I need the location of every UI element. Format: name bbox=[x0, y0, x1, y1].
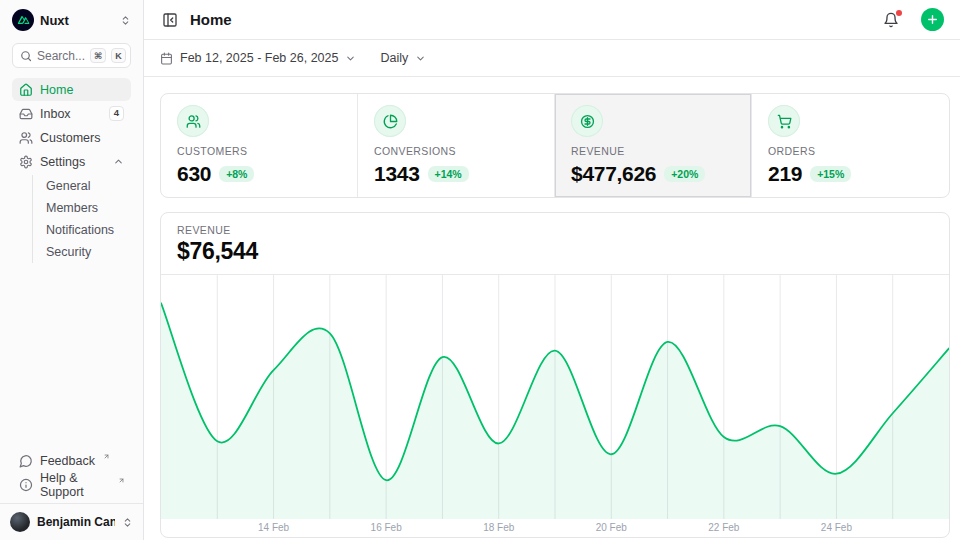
inbox-count-badge: 4 bbox=[109, 106, 124, 120]
stat-label: REVENUE bbox=[571, 145, 735, 157]
chevron-up-icon bbox=[113, 156, 124, 167]
sidebar-nav: Home Inbox 4 Customers Settings bbox=[0, 74, 143, 265]
sidebar-item-label: Customers bbox=[40, 131, 100, 145]
x-axis-tick: 24 Feb bbox=[821, 522, 852, 533]
add-button[interactable] bbox=[921, 8, 944, 31]
notification-dot bbox=[896, 10, 902, 16]
collapse-sidebar-button[interactable] bbox=[160, 10, 180, 30]
stat-delta-badge: +20% bbox=[664, 166, 705, 182]
sidebar-item-feedback[interactable]: Feedback bbox=[12, 449, 131, 472]
date-range-label: Feb 12, 2025 - Feb 26, 2025 bbox=[180, 51, 338, 65]
stat-label: CONVERSIONS bbox=[374, 145, 538, 157]
filters-toolbar: Feb 12, 2025 - Feb 26, 2025 Daily bbox=[144, 40, 960, 77]
workspace-name: Nuxt bbox=[40, 13, 114, 28]
arrow-up-right-icon bbox=[118, 477, 125, 484]
sidebar-spacer bbox=[0, 265, 143, 447]
stat-value: 1343 bbox=[374, 161, 420, 186]
sidebar-item-home[interactable]: Home bbox=[12, 78, 131, 101]
stat-delta-badge: +15% bbox=[810, 166, 851, 182]
stat-value: $477,626 bbox=[571, 161, 656, 186]
revenue-chart-plot[interactable] bbox=[161, 275, 949, 519]
sidebar-item-label: Help & Support bbox=[40, 471, 110, 499]
user-name: Benjamin Canac bbox=[37, 515, 115, 529]
stat-conversions[interactable]: CONVERSIONS 1343 +14% bbox=[358, 94, 555, 197]
search-field[interactable] bbox=[37, 49, 85, 63]
stat-label: CUSTOMERS bbox=[177, 145, 341, 157]
calendar-icon bbox=[160, 52, 173, 65]
inbox-icon bbox=[19, 107, 33, 121]
page-title: Home bbox=[190, 11, 871, 28]
home-icon bbox=[19, 83, 33, 97]
date-range-picker[interactable]: Feb 12, 2025 - Feb 26, 2025 bbox=[160, 51, 356, 65]
avatar bbox=[10, 512, 30, 532]
subnav-label: General bbox=[46, 179, 90, 193]
stat-delta-badge: +14% bbox=[428, 166, 469, 182]
chart-header: REVENUE $76,544 bbox=[161, 213, 949, 275]
period-select[interactable]: Daily bbox=[380, 51, 426, 65]
x-axis-tick: 20 Feb bbox=[596, 522, 627, 533]
notifications-button[interactable] bbox=[881, 10, 901, 30]
stats-grid: CUSTOMERS 630 +8% CONVERSIONS 1343 +14% bbox=[160, 93, 950, 198]
sidebar-item-general[interactable]: General bbox=[33, 175, 131, 197]
chevron-down-icon bbox=[345, 53, 356, 64]
x-axis-tick: 18 Feb bbox=[483, 522, 514, 533]
x-axis-tick: 16 Feb bbox=[371, 522, 402, 533]
nuxt-logo-icon bbox=[12, 9, 34, 31]
settings-subnav: General Members Notifications Security bbox=[32, 175, 131, 263]
subnav-label: Members bbox=[46, 201, 98, 215]
sidebar-item-members[interactable]: Members bbox=[33, 197, 131, 219]
users-icon bbox=[177, 105, 209, 137]
plus-icon bbox=[926, 13, 939, 26]
stat-orders[interactable]: ORDERS 219 +15% bbox=[752, 94, 949, 197]
stat-revenue[interactable]: REVENUE $477,626 +20% bbox=[555, 94, 752, 197]
sidebar-item-help-support[interactable]: Help & Support bbox=[12, 473, 131, 496]
search-input[interactable]: ⌘ K bbox=[12, 43, 131, 68]
stat-value: 219 bbox=[768, 161, 802, 186]
users-icon bbox=[19, 131, 33, 145]
stat-value: 630 bbox=[177, 161, 211, 186]
user-menu[interactable]: Benjamin Canac bbox=[0, 503, 143, 540]
sidebar-footer: Feedback Help & Support bbox=[0, 447, 143, 503]
stat-customers[interactable]: CUSTOMERS 630 +8% bbox=[161, 94, 358, 197]
app-window: Nuxt ⌘ K Home Inbo bbox=[0, 0, 960, 540]
arrow-up-right-icon bbox=[103, 453, 110, 460]
sidebar-item-label: Inbox bbox=[40, 107, 71, 121]
subnav-label: Notifications bbox=[46, 223, 114, 237]
sidebar-item-label: Home bbox=[40, 83, 73, 97]
x-axis-tick: 22 Feb bbox=[708, 522, 739, 533]
pie-chart-icon bbox=[374, 105, 406, 137]
revenue-area-chart bbox=[161, 275, 949, 519]
main-panel: Home Feb 12, 2025 - Feb 26, 2025 bbox=[144, 0, 960, 540]
sidebar-item-customers[interactable]: Customers bbox=[12, 126, 131, 149]
sidebar-item-settings[interactable]: Settings bbox=[12, 150, 131, 173]
sidebar-item-security[interactable]: Security bbox=[33, 241, 131, 263]
search-icon bbox=[20, 50, 32, 62]
team-switcher[interactable]: Nuxt bbox=[0, 0, 143, 35]
chart-metric-value: $76,544 bbox=[177, 238, 933, 265]
stat-delta-badge: +8% bbox=[219, 166, 254, 182]
chevron-down-icon bbox=[415, 53, 426, 64]
gear-icon bbox=[19, 155, 33, 169]
stat-label: ORDERS bbox=[768, 145, 933, 157]
shopping-cart-icon bbox=[768, 105, 800, 137]
sidebar: Nuxt ⌘ K Home Inbo bbox=[0, 0, 144, 540]
period-label: Daily bbox=[380, 51, 408, 65]
sidebar-item-notifications[interactable]: Notifications bbox=[33, 219, 131, 241]
panel-left-close-icon bbox=[162, 12, 178, 28]
circle-dollar-icon bbox=[571, 105, 603, 137]
sidebar-item-label: Settings bbox=[40, 155, 85, 169]
x-axis-labels: 14 Feb16 Feb18 Feb20 Feb22 Feb24 Feb bbox=[161, 519, 949, 537]
kbd-k: K bbox=[111, 48, 126, 63]
info-icon bbox=[19, 478, 33, 492]
main-header: Home bbox=[144, 0, 960, 40]
content-area: CUSTOMERS 630 +8% CONVERSIONS 1343 +14% bbox=[144, 77, 960, 540]
x-axis-tick: 14 Feb bbox=[258, 522, 289, 533]
message-circle-icon bbox=[19, 454, 33, 468]
chevrons-up-down-icon bbox=[120, 15, 131, 26]
sidebar-item-inbox[interactable]: Inbox 4 bbox=[12, 102, 131, 125]
sidebar-item-label: Feedback bbox=[40, 454, 95, 468]
kbd-meta: ⌘ bbox=[90, 48, 106, 63]
chevrons-up-down-icon bbox=[122, 517, 133, 528]
revenue-chart-card: REVENUE $76,544 14 Feb16 Feb18 Feb20 Feb… bbox=[160, 212, 950, 538]
subnav-label: Security bbox=[46, 245, 91, 259]
